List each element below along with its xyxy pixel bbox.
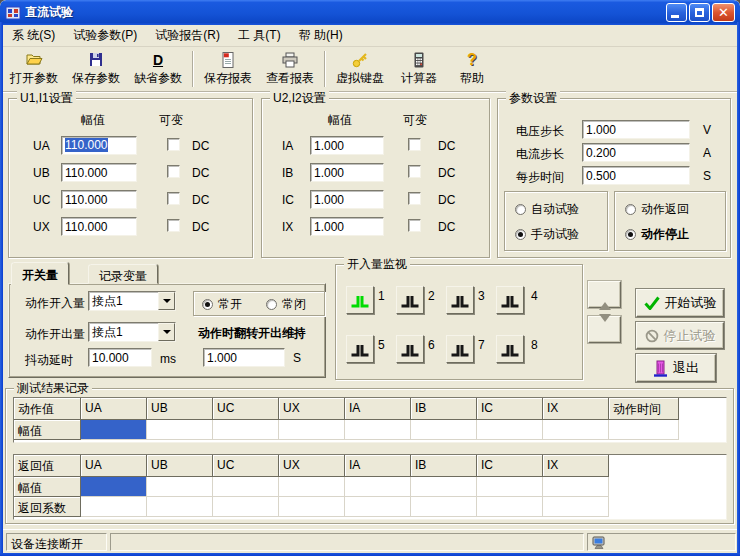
table-corner: 返回值 [14, 455, 81, 477]
contact-number: 2 [428, 289, 440, 303]
help-button[interactable]: ? 帮助 [447, 47, 497, 91]
ic-dc-checkbox[interactable] [408, 192, 421, 205]
table-cell[interactable] [477, 497, 543, 517]
table-cell-selected[interactable] [81, 477, 147, 497]
voltage-step-field[interactable] [582, 120, 690, 139]
jitter-delay-field[interactable] [88, 348, 152, 367]
ic-amplitude-field[interactable] [310, 190, 384, 209]
contact-button-4[interactable] [496, 286, 524, 314]
normally-closed-radio[interactable]: 常闭 [266, 296, 306, 313]
manual-test-radio[interactable]: 手动试验 [515, 226, 579, 243]
action-stop-radio[interactable]: 动作停止 [625, 226, 689, 243]
contact-button-5[interactable] [346, 335, 374, 363]
dropdown-button[interactable] [158, 292, 175, 310]
exit-button[interactable]: 退出 [636, 354, 716, 382]
flip-hold-label: 动作时翻转开出维持 [198, 325, 306, 342]
tab-record-variable[interactable]: 记录变量 [88, 264, 158, 284]
table-cell[interactable] [411, 497, 477, 517]
table-cell[interactable] [345, 477, 411, 497]
menu-test-report[interactable]: 试验报告(R) [146, 24, 229, 47]
close-button[interactable]: ✕ [712, 3, 735, 22]
ux-amplitude-field[interactable] [61, 217, 137, 236]
column-header: UC [213, 455, 279, 477]
step-up-button[interactable] [588, 281, 621, 308]
dropdown-button[interactable] [158, 323, 175, 341]
radio-icon [515, 204, 526, 215]
calculator-button[interactable]: 计算器 [391, 47, 447, 91]
action-return-radio[interactable]: 动作返回 [625, 201, 689, 218]
table-cell-selected[interactable] [81, 420, 147, 440]
menu-help[interactable]: 帮 助(H) [290, 24, 352, 47]
ib-amplitude-field[interactable] [310, 163, 384, 182]
table-cell[interactable] [543, 497, 609, 517]
open-params-button[interactable]: 打开参数 [3, 47, 65, 91]
virtual-keyboard-button[interactable]: 虚拟键盘 [329, 47, 391, 91]
contact-button-8[interactable] [496, 335, 524, 363]
table-cell[interactable] [81, 497, 147, 517]
auto-test-radio[interactable]: 自动试验 [515, 201, 579, 218]
uc-amplitude-field[interactable] [61, 190, 137, 209]
chevron-down-icon [163, 330, 171, 334]
table-cell[interactable] [213, 420, 279, 440]
contact-button-6[interactable] [396, 335, 424, 363]
save-params-button[interactable]: 保存参数 [65, 47, 127, 91]
dc-label: DC [192, 220, 209, 234]
table-cell[interactable] [279, 477, 345, 497]
ub-dc-checkbox[interactable] [167, 165, 180, 178]
ia-amplitude-field[interactable] [310, 136, 384, 155]
table-cell[interactable] [543, 420, 609, 440]
row-header: 幅值 [14, 420, 81, 440]
tab-switch-quantity[interactable]: 开关量 [11, 262, 69, 285]
ux-dc-checkbox[interactable] [167, 219, 180, 232]
ix-dc-checkbox[interactable] [408, 219, 421, 232]
action-input-combo[interactable]: 接点1 [88, 291, 176, 311]
contact-button-7[interactable] [446, 335, 474, 363]
table-cell[interactable] [279, 420, 345, 440]
table-cell[interactable] [411, 420, 477, 440]
step-time-field[interactable] [582, 166, 690, 185]
contact-button-3[interactable] [446, 286, 474, 314]
help-question-icon: ? [467, 51, 477, 69]
table-cell[interactable] [477, 420, 543, 440]
table-cell[interactable] [279, 497, 345, 517]
ua-dc-checkbox[interactable] [167, 138, 180, 151]
ua-amplitude-field[interactable]: 110.000 [61, 136, 137, 155]
table-cell[interactable] [147, 420, 213, 440]
table-cell[interactable] [213, 477, 279, 497]
table-cell[interactable] [609, 420, 679, 440]
time-unit-label: S [703, 169, 711, 183]
uc-dc-checkbox[interactable] [167, 192, 180, 205]
minimize-button[interactable] [666, 3, 687, 22]
menu-tools[interactable]: 工 具(T) [229, 24, 290, 47]
step-down-button[interactable] [588, 316, 621, 343]
ia-dc-checkbox[interactable] [408, 138, 421, 151]
ub-amplitude-field[interactable] [61, 163, 137, 182]
menu-system[interactable]: 系 统(S) [3, 24, 64, 47]
normally-open-radio[interactable]: 常开 [202, 296, 242, 313]
table-cell[interactable] [345, 420, 411, 440]
maximize-button[interactable] [689, 3, 710, 22]
ix-amplitude-field[interactable] [310, 217, 384, 236]
table-cell[interactable] [213, 497, 279, 517]
table-cell[interactable] [147, 477, 213, 497]
view-report-button[interactable]: 查看报表 [259, 47, 321, 91]
default-params-button[interactable]: D 缺省参数 [127, 47, 189, 91]
row-label: UB [33, 166, 50, 180]
table-cell[interactable] [477, 477, 543, 497]
contact-button-1[interactable] [346, 286, 374, 314]
action-output-combo[interactable]: 接点1 [88, 322, 176, 342]
current-step-field[interactable] [582, 143, 690, 162]
ib-dc-checkbox[interactable] [408, 165, 421, 178]
app-window: 直流试验 ✕ 系 统(S) 试验参数(P) 试验报告(R) 工 具(T) 帮 助… [0, 0, 740, 556]
flip-hold-field[interactable] [203, 348, 285, 367]
save-report-button[interactable]: 保存报表 [197, 47, 259, 91]
stop-test-button[interactable]: 停止试验 [636, 322, 724, 349]
table-cell[interactable] [147, 497, 213, 517]
table-cell[interactable] [543, 477, 609, 497]
menu-test-params[interactable]: 试验参数(P) [64, 24, 146, 47]
action-result-table: 动作值 UA UB UC UX IA IB IC IX 动作时间 幅值 [13, 397, 727, 443]
start-test-button[interactable]: 开始试验 [636, 289, 724, 317]
table-cell[interactable] [411, 477, 477, 497]
table-cell[interactable] [345, 497, 411, 517]
contact-button-2[interactable] [396, 286, 424, 314]
